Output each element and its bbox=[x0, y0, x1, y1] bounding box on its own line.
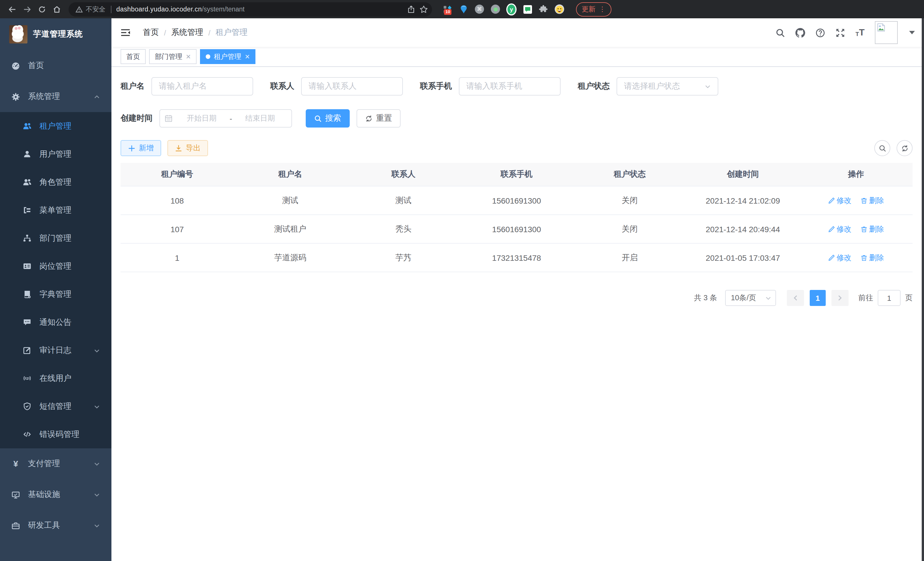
browser-menu-icon[interactable]: ⋮ bbox=[599, 5, 606, 13]
user-avatar-broken-image[interactable] bbox=[875, 21, 898, 44]
add-button[interactable]: 新增 bbox=[121, 140, 161, 156]
page-size-select[interactable]: 10条/页 bbox=[725, 290, 776, 306]
tree-icon bbox=[23, 234, 32, 242]
fullscreen-icon[interactable] bbox=[836, 28, 845, 38]
window-edge bbox=[922, 18, 924, 561]
refresh-icon bbox=[365, 115, 373, 122]
start-date-placeholder[interactable]: 开始日期 bbox=[175, 113, 229, 123]
delete-link[interactable]: 删除 bbox=[861, 253, 884, 263]
phone-input[interactable]: 请输入联系手机 bbox=[459, 77, 561, 96]
extensions-puzzle-icon[interactable] bbox=[538, 4, 549, 14]
contact-input[interactable]: 请输入联系人 bbox=[301, 77, 403, 96]
sidebar-logo-row[interactable]: 芋道管理系统 bbox=[0, 18, 111, 50]
filter-contact: 联系人 请输入联系人 bbox=[270, 77, 403, 96]
update-label: 更新 bbox=[582, 4, 596, 14]
tag-tenant-management[interactable]: 租户管理✕ bbox=[200, 49, 255, 64]
sidebar-item-role-management[interactable]: 角色管理 bbox=[0, 168, 111, 196]
browser-back-button[interactable] bbox=[6, 3, 18, 15]
sidebar-item-sms-management[interactable]: 短信管理 bbox=[0, 392, 111, 420]
filter-create-time: 创建时间 开始日期 - 结束日期 bbox=[121, 109, 292, 128]
sidebar-item-tenant-management[interactable]: 租户管理 bbox=[0, 112, 111, 140]
sidebar-item-payment-management[interactable]: ¥ 支付管理 bbox=[0, 448, 111, 479]
sidebar-item-dept-management[interactable]: 部门管理 bbox=[0, 224, 111, 252]
profile-avatar-emoji[interactable] bbox=[554, 4, 565, 14]
chevron-down-icon bbox=[94, 523, 100, 529]
extension-workflow-icon[interactable]: 10 bbox=[442, 4, 453, 14]
sidebar-item-dict-management[interactable]: 字典管理 bbox=[0, 280, 111, 308]
code-icon bbox=[23, 430, 32, 439]
bookmark-star-icon[interactable] bbox=[417, 3, 430, 15]
font-size-icon[interactable]: TT bbox=[855, 28, 865, 37]
chevron-up-icon bbox=[94, 94, 100, 100]
export-button[interactable]: 导出 bbox=[167, 140, 208, 156]
cell-phone: 15601691300 bbox=[460, 186, 573, 215]
message-icon bbox=[23, 318, 32, 326]
avatar-dropdown-caret[interactable] bbox=[909, 31, 915, 34]
filter-label: 联系手机 bbox=[420, 81, 452, 92]
extension-recorder-icon[interactable] bbox=[490, 4, 501, 14]
address-bar[interactable]: 不安全 dashboard.yudao.iocoder.cn/system/te… bbox=[69, 2, 432, 16]
share-icon[interactable] bbox=[405, 3, 417, 15]
edit-link[interactable]: 修改 bbox=[828, 195, 851, 206]
tenant-table: 租户编号 租户名 联系人 联系手机 租户状态 创建时间 操作 108 测试 bbox=[121, 163, 913, 272]
navbar: 首页 / 系统管理 / 租户管理 TT bbox=[111, 18, 924, 47]
delete-link[interactable]: 删除 bbox=[861, 195, 884, 206]
breadcrumb-home[interactable]: 首页 bbox=[143, 27, 159, 38]
extension-balloon-icon[interactable] bbox=[458, 4, 469, 14]
tag-dept-management[interactable]: 部门管理✕ bbox=[149, 49, 196, 64]
sidebar-item-audit-log[interactable]: 审计日志 bbox=[0, 336, 111, 364]
peoples-icon bbox=[23, 122, 32, 130]
browser-home-button[interactable] bbox=[50, 3, 63, 15]
search-icon bbox=[879, 144, 886, 152]
search-button[interactable]: 搜索 bbox=[306, 109, 350, 128]
github-icon[interactable] bbox=[795, 28, 805, 38]
extension-yuque-icon[interactable]: y bbox=[506, 4, 517, 14]
sidebar-item-dev-tools[interactable]: 研发工具 bbox=[0, 510, 111, 541]
delete-link[interactable]: 删除 bbox=[861, 224, 884, 234]
warning-icon bbox=[75, 5, 83, 13]
sidebar-item-menu-management[interactable]: 菜单管理 bbox=[0, 196, 111, 224]
sidebar-item-label: 在线用户 bbox=[39, 373, 71, 384]
current-page[interactable]: 1 bbox=[810, 290, 826, 306]
close-icon[interactable]: ✕ bbox=[244, 53, 250, 60]
date-range-picker[interactable]: 开始日期 - 结束日期 bbox=[159, 109, 292, 128]
toggle-search-button[interactable] bbox=[874, 140, 890, 156]
money-icon: ¥ bbox=[11, 459, 20, 468]
tenant-name-input[interactable]: 请输入租户名 bbox=[152, 77, 253, 96]
edit-link[interactable]: 修改 bbox=[828, 253, 851, 263]
header-search-icon[interactable] bbox=[776, 28, 785, 38]
url-host: dashboard.yudao.iocoder.cn bbox=[116, 6, 202, 13]
tag-home[interactable]: 首页 bbox=[121, 49, 146, 64]
sidebar-item-online-users[interactable]: 在线用户 bbox=[0, 364, 111, 392]
browser-forward-button[interactable] bbox=[21, 3, 33, 15]
prev-page-button[interactable] bbox=[787, 290, 804, 306]
sidebar-item-user-management[interactable]: 用户管理 bbox=[0, 140, 111, 168]
goto-page-input[interactable]: 1 bbox=[878, 290, 901, 306]
sidebar-item-notice[interactable]: 通知公告 bbox=[0, 308, 111, 336]
sidebar-item-label: 研发工具 bbox=[28, 520, 60, 531]
edit-link[interactable]: 修改 bbox=[828, 224, 851, 234]
sidebar-item-infrastructure[interactable]: 基础设施 bbox=[0, 479, 111, 510]
reset-button[interactable]: 重置 bbox=[357, 109, 400, 128]
extension-command-icon[interactable]: ⌘ bbox=[474, 4, 484, 14]
sidebar-item-post-management[interactable]: 岗位管理 bbox=[0, 252, 111, 280]
pen-icon bbox=[828, 197, 835, 204]
chevron-down-icon bbox=[94, 347, 100, 354]
security-chip[interactable]: 不安全 bbox=[75, 5, 105, 14]
sidebar-collapse-icon[interactable] bbox=[121, 28, 130, 37]
filter-status: 租户状态 请选择租户状态 bbox=[578, 77, 718, 96]
browser-reload-button[interactable] bbox=[35, 3, 48, 15]
status-select[interactable]: 请选择租户状态 bbox=[616, 77, 718, 96]
sidebar-item-system-management[interactable]: 系统管理 bbox=[0, 81, 111, 112]
refresh-table-button[interactable] bbox=[897, 140, 913, 156]
cell-contact: 秃头 bbox=[347, 215, 460, 243]
end-date-placeholder[interactable]: 结束日期 bbox=[233, 113, 287, 123]
sidebar-item-home[interactable]: 首页 bbox=[0, 50, 111, 81]
help-icon[interactable] bbox=[815, 28, 825, 38]
close-icon[interactable]: ✕ bbox=[186, 53, 191, 60]
breadcrumb-system[interactable]: 系统管理 bbox=[171, 27, 203, 38]
sidebar-item-error-code-management[interactable]: 错误码管理 bbox=[0, 420, 111, 448]
next-page-button[interactable] bbox=[831, 290, 849, 306]
extension-chat-icon[interactable] bbox=[522, 4, 532, 14]
browser-update-button[interactable]: 更新 ⋮ bbox=[576, 2, 611, 16]
